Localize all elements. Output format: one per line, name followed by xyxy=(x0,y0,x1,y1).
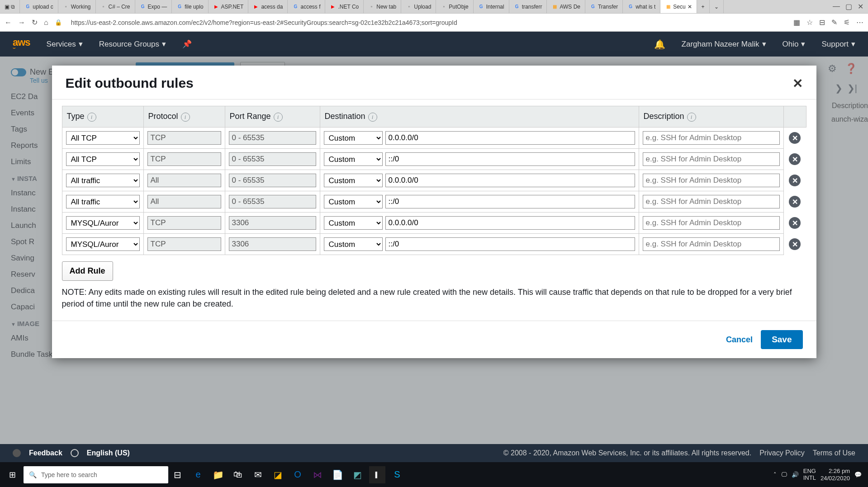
info-icon[interactable]: i xyxy=(368,113,377,122)
more-icon[interactable]: ⋯ xyxy=(856,18,863,27)
outlook-icon[interactable]: O xyxy=(289,466,306,483)
forward-icon[interactable]: → xyxy=(18,19,25,27)
browser-tab[interactable]: GTransfer xyxy=(585,0,623,13)
remove-rule-icon[interactable]: ✕ xyxy=(789,217,801,229)
browser-tab[interactable]: ▫C# – Cre xyxy=(96,0,135,13)
terms-link[interactable]: Terms of Use xyxy=(813,449,855,457)
browser-tab[interactable]: ▦Secu ✕ xyxy=(660,0,697,13)
rule-destination-field[interactable] xyxy=(385,174,635,187)
nav-resource-groups[interactable]: Resource Groups ▾ xyxy=(99,39,166,49)
browser-tab[interactable]: ▫PutObje xyxy=(436,0,473,13)
tray-display-icon[interactable]: 🖵 xyxy=(781,471,787,478)
store-icon[interactable]: 🛍 xyxy=(230,466,246,483)
rule-destination-type-select[interactable]: Custom xyxy=(324,131,383,145)
rule-destination-field[interactable] xyxy=(385,152,635,166)
info-icon[interactable]: i xyxy=(181,113,190,122)
tray-volume-icon[interactable]: 🔊 xyxy=(792,471,799,478)
rule-type-select[interactable]: All traffic xyxy=(66,174,140,187)
edge-icon[interactable]: e xyxy=(190,466,206,483)
browser-tab[interactable]: ▫Working xyxy=(58,0,96,13)
task-view-icon[interactable]: ⊟ xyxy=(169,466,185,483)
nav-support[interactable]: Support ▾ xyxy=(821,39,855,49)
url-text[interactable]: https://us-east-2.console.aws.amazon.com… xyxy=(68,19,787,26)
reading-view-icon[interactable]: ▦ xyxy=(793,18,800,27)
browser-tab[interactable]: ▶acess da xyxy=(248,0,288,13)
language-selector[interactable]: English (US) xyxy=(87,449,130,457)
rule-destination-field[interactable] xyxy=(385,237,635,251)
rule-destination-type-select[interactable]: Custom xyxy=(324,237,383,251)
info-icon[interactable]: i xyxy=(687,113,696,122)
browser-tab[interactable]: Gfile uplo xyxy=(172,0,208,13)
add-rule-button[interactable]: Add Rule xyxy=(62,261,113,281)
browser-tab[interactable]: Gaccess f xyxy=(288,0,325,13)
app2-icon[interactable]: ◩ xyxy=(349,466,365,483)
notifications-icon[interactable]: 🔔 xyxy=(654,39,665,50)
new-tab-button[interactable]: + xyxy=(697,0,710,13)
rule-destination-type-select[interactable]: Custom xyxy=(324,174,383,187)
tray-lang[interactable]: ENGINTL xyxy=(803,468,816,481)
feedback-icon[interactable] xyxy=(13,449,21,457)
globe-icon[interactable] xyxy=(71,449,79,457)
rule-destination-type-select[interactable]: Custom xyxy=(324,195,383,208)
tray-notifications-icon[interactable]: 💬 xyxy=(854,471,862,478)
browser-tab[interactable]: ▫New tab xyxy=(364,0,401,13)
start-button[interactable]: ⊞ xyxy=(2,462,23,487)
tab-close-icon[interactable]: ✕ xyxy=(688,4,692,10)
nav-user[interactable]: Zargham Nazeer Malik ▾ xyxy=(682,39,766,49)
browser-tab[interactable]: Gwhat is t xyxy=(623,0,660,13)
share-icon[interactable]: ⚟ xyxy=(844,18,850,27)
taskbar-search[interactable]: 🔍 Type here to search xyxy=(24,466,168,483)
mail-icon[interactable]: ✉ xyxy=(250,466,266,483)
rule-description-field[interactable] xyxy=(643,152,780,166)
close-icon[interactable]: ✕ xyxy=(792,76,803,91)
tray-clock[interactable]: 2:26 pm24/02/2020 xyxy=(821,468,850,482)
maximize-icon[interactable]: ▢ xyxy=(845,2,852,11)
explorer-icon[interactable]: 📁 xyxy=(210,466,226,483)
close-window-icon[interactable]: ✕ xyxy=(858,2,863,11)
rule-description-field[interactable] xyxy=(643,174,780,187)
info-icon[interactable]: i xyxy=(87,113,96,122)
rule-description-field[interactable] xyxy=(643,216,780,230)
info-icon[interactable]: i xyxy=(274,113,283,122)
browser-tab[interactable]: ▶ASP.NET xyxy=(209,0,249,13)
browser-tab[interactable]: ▦AWS De xyxy=(547,0,585,13)
window-control-icons[interactable]: ▣ ⧉ xyxy=(0,0,20,13)
save-button[interactable]: Save xyxy=(761,330,802,349)
remove-rule-icon[interactable]: ✕ xyxy=(789,196,801,208)
tray-chevron-icon[interactable]: ˄ xyxy=(773,471,777,478)
skype-icon[interactable]: S xyxy=(389,466,405,483)
rule-description-field[interactable] xyxy=(643,237,780,251)
browser-tab[interactable]: ▶.NET Co xyxy=(325,0,364,13)
rule-destination-type-select[interactable]: Custom xyxy=(324,152,383,166)
privacy-link[interactable]: Privacy Policy xyxy=(759,449,805,457)
notes-icon[interactable]: ✎ xyxy=(831,18,837,27)
aws-logo[interactable]: aws⌣ xyxy=(13,39,30,49)
browser-tab[interactable]: GInternal xyxy=(474,0,509,13)
home-icon[interactable]: ⌂ xyxy=(44,19,48,27)
rule-description-field[interactable] xyxy=(643,131,780,145)
rule-type-select[interactable]: MYSQL/Auror xyxy=(66,237,140,251)
refresh-icon[interactable]: ↻ xyxy=(32,18,38,27)
cancel-button[interactable]: Cancel xyxy=(726,335,753,345)
rule-description-field[interactable] xyxy=(643,195,780,208)
browser-tab[interactable]: Gtransferr xyxy=(509,0,547,13)
rule-type-select[interactable]: MYSQL/Auror xyxy=(66,216,140,230)
notepad-icon[interactable]: 📄 xyxy=(329,466,346,483)
terminal-icon[interactable]: ▌ xyxy=(369,466,385,483)
nav-region[interactable]: Ohio ▾ xyxy=(783,39,806,49)
rule-destination-field[interactable] xyxy=(385,131,635,145)
remove-rule-icon[interactable]: ✕ xyxy=(789,175,801,186)
rule-destination-field[interactable] xyxy=(385,195,635,208)
minimize-icon[interactable]: — xyxy=(833,2,840,11)
rule-type-select[interactable]: All TCP xyxy=(66,131,140,145)
browser-tab[interactable]: ▫Upload xyxy=(401,0,436,13)
rule-destination-field[interactable] xyxy=(385,216,635,230)
rule-type-select[interactable]: All traffic xyxy=(66,195,140,208)
rule-type-select[interactable]: All TCP xyxy=(66,152,140,166)
nav-services[interactable]: Services ▾ xyxy=(47,39,83,49)
nav-pin-icon[interactable]: 📌 xyxy=(182,39,192,49)
vs-icon[interactable]: ⋈ xyxy=(309,466,326,483)
remove-rule-icon[interactable]: ✕ xyxy=(789,153,801,165)
remove-rule-icon[interactable]: ✕ xyxy=(789,238,801,250)
favorite-icon[interactable]: ☆ xyxy=(806,18,813,27)
